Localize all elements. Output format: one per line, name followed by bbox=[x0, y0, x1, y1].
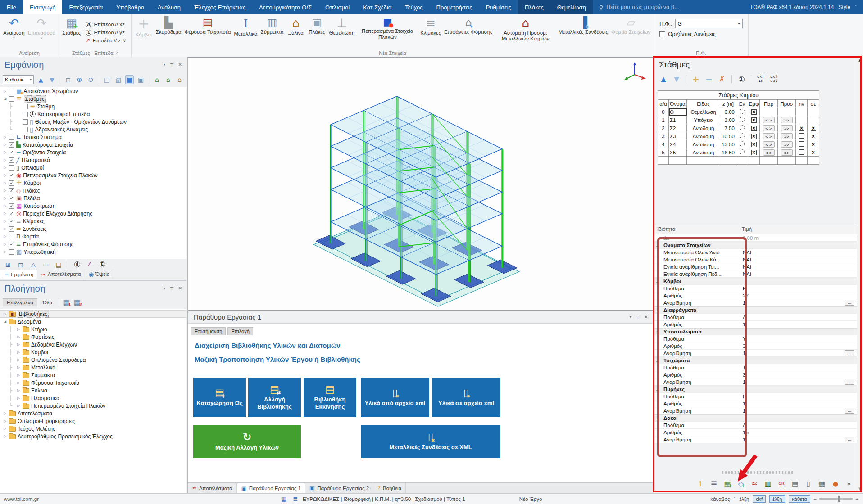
menu-tab-file[interactable]: File bbox=[0, 0, 23, 14]
display-tree-item-10[interactable]: ▷▯Οπλισμοί bbox=[0, 164, 186, 171]
pros-cell[interactable]: >> bbox=[778, 132, 796, 140]
panel-tab-0[interactable]: ≣Εμφάνιση bbox=[0, 270, 37, 279]
work-mode-tab-1[interactable]: Επιλογή bbox=[227, 327, 253, 335]
display-tree-item-20[interactable]: ▷✓≡Επιφάνειες Φόρτισης bbox=[0, 240, 186, 248]
panel-menu-icon[interactable]: ▾ bbox=[630, 315, 631, 319]
se-cell[interactable]: × bbox=[808, 124, 819, 132]
property-row[interactable]: Αναρίθμηση1… bbox=[654, 407, 857, 414]
nv-cell[interactable] bbox=[796, 108, 808, 116]
property-row[interactable]: Μετονομασία Όλων Κά...ΝΑΙ bbox=[654, 256, 857, 263]
ribbon-button-κλίμακες[interactable]: ≡Κλίμακες bbox=[419, 15, 442, 49]
toolbar-button-dimension-icon[interactable]: d bbox=[73, 260, 82, 269]
status-toggle-0[interactable]: dxf bbox=[753, 495, 766, 503]
nav-tree-item-9[interactable]: ├▷Φέρουσα Τοιχοποιία bbox=[0, 379, 186, 387]
group-expander-icon[interactable]: ◢ bbox=[654, 387, 661, 391]
tile-button-1[interactable]: ▤⇄Αλλαγή Βιβλιοθήκης bbox=[248, 378, 301, 417]
par-cell[interactable]: <-> bbox=[760, 124, 778, 132]
menu-tab-3[interactable]: Υπόβαθρο bbox=[109, 0, 151, 14]
nv-cell[interactable] bbox=[796, 148, 808, 157]
display-tree-item-0[interactable]: ▷■●Απεικόνιση Χρωμάτων bbox=[0, 87, 186, 95]
display-tree-item-21[interactable]: ▷▧Υπερωθητική bbox=[0, 248, 186, 256]
more-button[interactable]: … bbox=[845, 350, 854, 356]
name-cell[interactable]: Σ2 bbox=[669, 124, 687, 132]
toolbar-button-area-add-icon[interactable]: ▦+ bbox=[723, 479, 732, 488]
toolbar-button-cube-menu-icon[interactable]: ▣ bbox=[136, 75, 145, 84]
mdi-tab-3[interactable]: ?Βοήθεια bbox=[373, 483, 406, 493]
expander-icon[interactable]: ▷ bbox=[3, 143, 7, 147]
display-tree-item-18[interactable]: ▷✓▬Συνδέσεις bbox=[0, 225, 186, 233]
tree-checkbox[interactable]: ✓ bbox=[9, 180, 14, 186]
toolbar-button-view-top-icon[interactable]: ⌂ bbox=[175, 75, 184, 84]
menu-tab-5[interactable]: Έλεγχος Επάρκειας bbox=[187, 0, 252, 14]
par-button[interactable]: <-> bbox=[763, 125, 775, 131]
toolbar-button-delete-icon[interactable]: ✗ bbox=[718, 75, 727, 84]
toolbar-button-zoom-icon[interactable]: ⊙ bbox=[86, 75, 95, 84]
toolbar-button-layers-icon[interactable]: ≣ bbox=[709, 479, 718, 488]
menu-tab-10[interactable]: Προμετρήσεις bbox=[430, 0, 479, 14]
expander-icon[interactable]: ▷ bbox=[3, 411, 7, 415]
toolbar-button-cube-wire-icon[interactable]: □ bbox=[103, 75, 111, 84]
kind-cell[interactable]: Θεμελίωση bbox=[687, 108, 720, 116]
expander-icon[interactable]: ▷ bbox=[3, 219, 7, 223]
pros-button[interactable]: >> bbox=[781, 133, 793, 140]
nv-cell[interactable] bbox=[796, 140, 808, 148]
ribbon-button-ξύλινα[interactable]: ⌂Ξύλινα bbox=[286, 15, 306, 49]
pf-dropdown[interactable]: G▾ bbox=[675, 19, 743, 28]
ribbon-button-φορτία-στοιχείων[interactable]: ▱Φορτία Στοιχείων bbox=[610, 15, 652, 49]
display-tree-item-14[interactable]: ▷✓▣Πέδιλα bbox=[0, 194, 186, 202]
tree-checkbox[interactable]: ✓ bbox=[9, 196, 14, 201]
property-value[interactable]: ΝΑΙ bbox=[739, 271, 857, 277]
expander-icon[interactable]: ▷ bbox=[3, 434, 7, 438]
scope-dropdown[interactable]: Καθολικ ▾ bbox=[3, 75, 34, 84]
property-value[interactable]: K bbox=[739, 286, 857, 291]
menu-tab-8[interactable]: Κατ.Σχέδια bbox=[356, 0, 398, 14]
z-cell[interactable]: 3.00 bbox=[720, 116, 736, 124]
enable-cell[interactable] bbox=[736, 148, 748, 157]
show-cell[interactable]: × bbox=[748, 132, 760, 140]
property-row[interactable]: Αριθμός3 bbox=[654, 371, 857, 378]
zoom-slider[interactable]: −+ bbox=[814, 496, 858, 502]
property-value[interactable]: 3 bbox=[739, 372, 857, 378]
toolbar-button-angle-icon[interactable]: ∠ bbox=[85, 260, 94, 269]
toolbar-button-overflow-icon[interactable]: » bbox=[845, 479, 854, 488]
tree-checkbox[interactable]: ✓ bbox=[9, 188, 14, 194]
ribbon-small-button-plane[interactable]: ↗Επιπέδο // z˅ bbox=[84, 37, 127, 44]
display-tree-item-15[interactable]: ▷✓▦Κοιτόστρωση bbox=[0, 202, 186, 210]
display-tree-item-5[interactable]: └▯Αδρανειακές Δυνάμεις bbox=[0, 126, 186, 133]
display-tree-item-12[interactable]: ▷✓+Κόμβοι bbox=[0, 179, 186, 187]
ribbon-button-levels[interactable]: ▦+Στάθμες bbox=[61, 15, 82, 49]
toolbar-button-select-add-icon[interactable]: ⊞ bbox=[4, 260, 13, 269]
toolbar-button-dxf-out-icon[interactable]: dxfout bbox=[769, 75, 778, 84]
property-row[interactable]: Αριθμός1 bbox=[654, 400, 857, 407]
par-cell[interactable]: <-> bbox=[760, 132, 778, 140]
horizontal-forces-checkbox[interactable] bbox=[659, 32, 665, 37]
tree-checkbox[interactable] bbox=[9, 234, 14, 239]
property-row[interactable]: Ενιαία αναρίθμηση Τοι...ΝΑΙ bbox=[654, 263, 857, 270]
panel-tab-2[interactable]: ◉Όψεις bbox=[85, 270, 114, 279]
z-cell[interactable]: 7.50 bbox=[720, 124, 736, 132]
show-cell[interactable]: × bbox=[748, 124, 760, 132]
expander-icon[interactable]: ▷ bbox=[3, 173, 7, 177]
toolbar-button-color-cube-icon[interactable]: ● bbox=[831, 479, 840, 488]
display-tree-item-2[interactable]: ├≡Στάθμη bbox=[0, 103, 186, 110]
kind-cell[interactable]: Ανωδομή bbox=[687, 124, 720, 132]
toolbar-button-select-crossing-icon[interactable]: △ bbox=[29, 260, 38, 269]
par-cell[interactable]: <-> bbox=[760, 140, 778, 148]
zoom-in-icon[interactable]: + bbox=[855, 496, 858, 502]
nav-tree-item-12[interactable]: └▷Πεπερασμένα Στοιχεία Πλακών bbox=[0, 402, 186, 410]
ribbon-button-φέρουσα-τοιχοποιία[interactable]: ▤Φέρουσα Τοιχοποιία bbox=[183, 15, 232, 49]
tree-checkbox[interactable]: ✓ bbox=[9, 142, 14, 148]
property-value[interactable]: ΝΑΙ bbox=[739, 264, 857, 270]
nav-tree-item-13[interactable]: ▷Αποτελέσματα bbox=[0, 410, 186, 417]
nv-cell[interactable] bbox=[796, 116, 808, 124]
pros-cell[interactable]: >> bbox=[778, 124, 796, 132]
ribbon-small-button-plane[interactable]: 1Επίπεδο // yz bbox=[84, 29, 127, 36]
nav-tree-item-14[interactable]: ▷Οπλισμοί-Προμετρήσεις bbox=[0, 417, 186, 425]
vertical-scrollbar[interactable]: ▲ ▼ bbox=[857, 58, 863, 491]
property-value[interactable]: 15 bbox=[739, 430, 857, 435]
show-cell[interactable]: × bbox=[748, 140, 760, 148]
nav-tree-item-10[interactable]: ├▷Ξύλινα bbox=[0, 387, 186, 394]
property-row[interactable]: ΠρόθεμαK bbox=[654, 285, 857, 292]
display-tree-item-9[interactable]: ▷✓╱Πλασματικά bbox=[0, 156, 186, 164]
se-cell[interactable] bbox=[808, 108, 819, 116]
